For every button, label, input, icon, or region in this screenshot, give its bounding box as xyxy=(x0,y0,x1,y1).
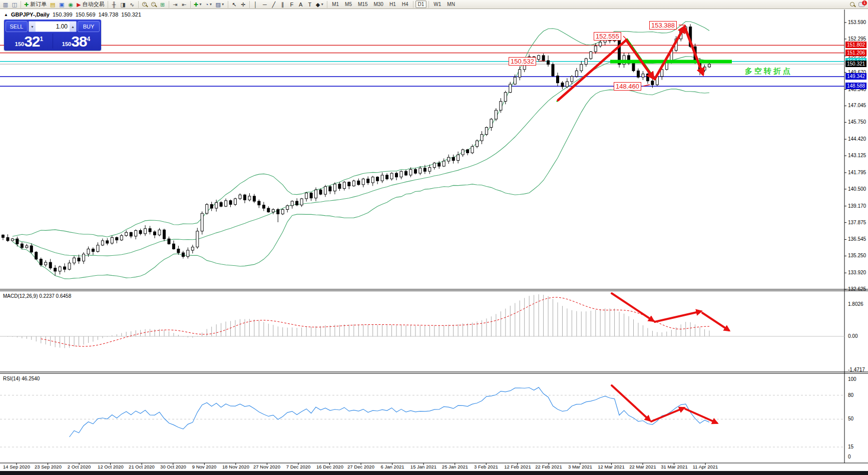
timeframe-button-h1[interactable]: H1 xyxy=(387,1,398,8)
zoom-out-button[interactable]: − xyxy=(149,1,158,9)
chart-canvas[interactable] xyxy=(0,10,868,475)
hline-button[interactable]: ─ xyxy=(260,1,269,9)
dropdown-arrow-icon[interactable]: ▼ xyxy=(221,3,225,6)
price-annotation-box[interactable]: 152.555 xyxy=(594,32,621,41)
date-axis-label: 2 Oct 2020 xyxy=(68,464,91,469)
price-axis-badge: 150.321 xyxy=(845,61,866,67)
depth-of-market-button[interactable]: ▤ xyxy=(48,1,57,9)
templates-icon: ▨ xyxy=(215,1,220,9)
text-icon: A xyxy=(299,1,302,9)
bar-chart-button[interactable]: ╫ xyxy=(110,1,119,9)
chart-window-button[interactable]: ▥ xyxy=(1,1,10,9)
lot-size-value[interactable]: 1.00 xyxy=(36,22,70,32)
notifications-icon[interactable]: 1 xyxy=(858,2,865,7)
support-zone-bar[interactable] xyxy=(610,60,732,64)
price-annotation-box[interactable]: 150.532 xyxy=(509,57,536,66)
rsi-label: RSI(14) 46.2540 xyxy=(3,376,40,381)
toolbar-separator xyxy=(413,1,413,8)
shapes-button[interactable]: ◆▼ xyxy=(314,1,325,9)
toolbar-separator xyxy=(249,1,250,8)
rsi-level-lines xyxy=(0,395,844,447)
date-axis-label: 12 Feb 2021 xyxy=(504,464,531,469)
crosshair-icon: ✛ xyxy=(241,1,245,9)
sell-price[interactable]: 150321 xyxy=(6,33,53,50)
price-annotation-box[interactable]: 148.460 xyxy=(614,82,641,91)
indicators-button[interactable]: ✚▼ xyxy=(192,1,204,9)
autotrading-label: 自动交易 xyxy=(83,1,105,8)
crosshair-button[interactable]: ✛ xyxy=(239,1,248,9)
sell-button[interactable]: SELL xyxy=(6,21,28,32)
timeframe-button-mn[interactable]: MN xyxy=(445,1,458,8)
buy-button[interactable]: BUY xyxy=(78,21,100,32)
price-axis-tick: 133.920 xyxy=(848,270,866,275)
buy-price[interactable]: 150384 xyxy=(53,33,100,50)
fibonacci-button[interactable]: F xyxy=(287,1,296,9)
date-axis-label: 22 Feb 2021 xyxy=(535,464,562,469)
green-trend-zigzag[interactable] xyxy=(557,39,656,102)
new-order-button[interactable]: ✚新订单 xyxy=(23,1,48,9)
line-chart-button[interactable]: ∿ xyxy=(128,1,137,9)
price-axis-tick: 132.625 xyxy=(848,286,866,292)
timeframe-button-h4[interactable]: H4 xyxy=(399,1,411,8)
price-axis-badge: 151.206 xyxy=(845,50,866,56)
terminal-button[interactable]: ▣ xyxy=(57,1,66,9)
low-value: 149.738 xyxy=(99,12,119,18)
lot-decrease-button[interactable]: ▼ xyxy=(29,22,36,32)
templates-button[interactable]: ▨▼ xyxy=(214,1,226,9)
label-icon: T xyxy=(308,1,311,9)
date-axis-label: 7 Dec 2020 xyxy=(286,464,311,469)
data-window-button[interactable]: ◫ xyxy=(10,1,19,9)
date-axis-label: 22 Mar 2021 xyxy=(629,464,656,469)
tile-windows-button[interactable]: ⊞ xyxy=(158,1,167,9)
date-axis-label: 30 Oct 2020 xyxy=(160,464,186,469)
vline-button[interactable]: │ xyxy=(251,1,260,9)
horizontal-price-lines[interactable] xyxy=(0,45,844,86)
price-axis-tick: 135.250 xyxy=(848,253,866,258)
timeframe-button-m5[interactable]: M5 xyxy=(342,1,354,8)
macd-histogram[interactable] xyxy=(3,294,709,348)
rsi-red-arrows[interactable] xyxy=(612,385,717,423)
cursor-button[interactable]: ↖ xyxy=(230,1,239,9)
macd-red-arrows[interactable] xyxy=(612,293,729,330)
auto-scroll-button[interactable]: ⇥ xyxy=(171,1,180,9)
timeframe-button-d1[interactable]: D1 xyxy=(415,1,427,8)
timeframe-button-m1[interactable]: M1 xyxy=(329,1,341,8)
dropdown-arrow-icon[interactable]: ▼ xyxy=(209,3,213,6)
price-axis-tick: 145.750 xyxy=(848,119,866,125)
text-button[interactable]: A xyxy=(296,1,305,9)
dropdown-arrow-icon[interactable]: ▼ xyxy=(320,3,324,6)
candlestick-chart-button[interactable]: ◨ xyxy=(119,1,128,9)
new-order-icon: ✚ xyxy=(24,1,29,9)
date-axis-label: 16 Dec 2020 xyxy=(316,464,343,469)
periods-button[interactable]: ◔▼ xyxy=(204,1,214,9)
rsi-scale-label: 50 xyxy=(848,416,853,421)
search-icon[interactable] xyxy=(850,2,854,7)
open-value: 150.399 xyxy=(53,12,73,18)
rsi-line[interactable] xyxy=(70,387,709,437)
timeframe-button-w1[interactable]: W1 xyxy=(431,1,444,8)
timeframe-button-m30[interactable]: M30 xyxy=(371,1,385,8)
price-annotation-box[interactable]: 153.388 xyxy=(649,21,677,30)
chart-window-icon: ▥ xyxy=(3,1,8,9)
price-axis-tick: 143.125 xyxy=(848,153,866,158)
macd-scale-max: 1.8026 xyxy=(848,301,863,307)
collapse-panel-toggle-icon[interactable]: ▲ xyxy=(4,13,8,17)
lot-increase-button[interactable]: ▲ xyxy=(70,22,76,32)
autotrading-button[interactable]: ▶自动交易 xyxy=(75,1,106,9)
zoom-in-button[interactable]: + xyxy=(140,1,149,9)
dropdown-arrow-icon[interactable]: ▼ xyxy=(199,3,202,6)
date-axis-label: 27 Nov 2020 xyxy=(253,464,280,469)
channel-button[interactable]: ∥ xyxy=(278,1,287,9)
toolbar-separator xyxy=(428,1,429,8)
label-button[interactable]: T xyxy=(305,1,314,9)
chart-area[interactable]: ▲ GBPJPY-,Daily 150.399 150.569 149.738 … xyxy=(0,10,868,475)
timeframe-button-m15[interactable]: M15 xyxy=(355,1,370,8)
chart-shift-button[interactable]: ⇤ xyxy=(180,1,189,9)
signals-button[interactable]: ◉ xyxy=(66,1,75,9)
sell-price-prefix: 150 xyxy=(15,41,24,47)
signals-icon: ◉ xyxy=(68,1,73,9)
macd-signal-line[interactable] xyxy=(41,297,709,346)
price-axis-tick: 144.420 xyxy=(848,136,866,142)
trendline-button[interactable]: ╱ xyxy=(269,1,278,9)
candlestick-series[interactable] xyxy=(2,24,711,276)
